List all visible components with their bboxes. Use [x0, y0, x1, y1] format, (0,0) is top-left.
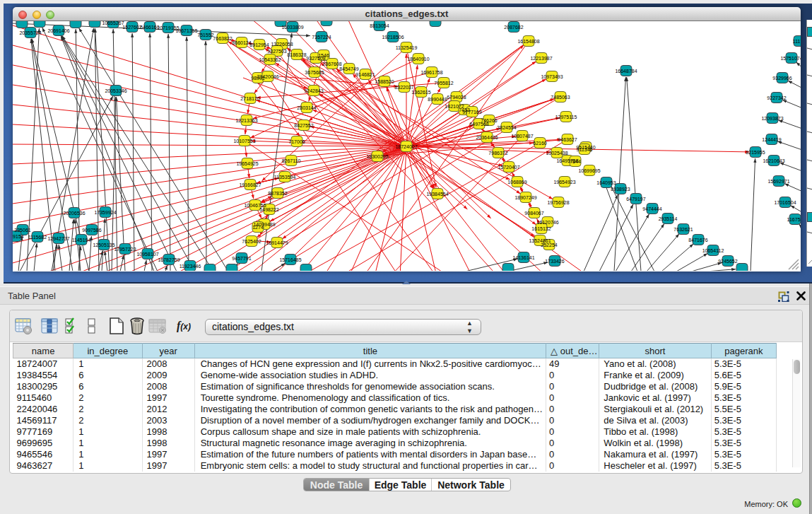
svg-text:7485063: 7485063: [551, 95, 570, 100]
svg-text:16961758: 16961758: [420, 70, 442, 75]
svg-text:20691406: 20691406: [47, 28, 69, 33]
svg-text:8471676: 8471676: [688, 238, 707, 243]
svg-text:17359924: 17359924: [94, 210, 116, 215]
svg-text:19756928: 19756928: [547, 200, 569, 205]
svg-text:17957223: 17957223: [114, 247, 136, 252]
svg-text:1145194: 1145194: [72, 238, 91, 243]
svg-text:18640910: 18640910: [407, 57, 429, 62]
svg-text:9777169: 9777169: [462, 110, 481, 115]
svg-text:8938923: 8938923: [611, 187, 630, 192]
svg-text:11325419: 11325419: [396, 45, 418, 50]
svg-text:6479197: 6479197: [626, 197, 645, 201]
svg-text:1615132: 1615132: [531, 226, 551, 231]
svg-text:16648784: 16648784: [615, 69, 637, 74]
svg-text:12093873: 12093873: [761, 116, 783, 121]
svg-text:1640953: 1640953: [596, 180, 616, 185]
svg-text:8215955: 8215955: [746, 150, 765, 155]
svg-text:1546: 1546: [318, 53, 329, 58]
svg-text:9227342: 9227342: [767, 95, 786, 100]
svg-text:3824554: 3824554: [497, 125, 516, 130]
svg-text:3675685: 3675685: [305, 70, 324, 75]
svg-text:6794028: 6794028: [447, 95, 466, 100]
svg-text:19166827: 19166827: [239, 182, 261, 187]
svg-text:6497568: 6497568: [469, 122, 488, 127]
svg-text:7357224: 7357224: [312, 35, 331, 40]
svg-text:11353594: 11353594: [274, 175, 296, 180]
svg-text:20053346: 20053346: [105, 88, 126, 93]
svg-text:10025438: 10025438: [546, 151, 567, 156]
svg-text:9242843: 9242843: [304, 88, 323, 93]
svg-text:10699695: 10699695: [578, 168, 600, 173]
svg-text:7986372: 7986372: [488, 151, 507, 156]
svg-text:16120746: 16120746: [536, 220, 558, 225]
svg-text:16782759: 16782759: [158, 257, 180, 262]
svg-text:1362615: 1362615: [411, 90, 430, 95]
svg-text:1527602: 1527602: [122, 25, 141, 30]
svg-text:10973493: 10973493: [541, 74, 563, 79]
svg-text:10807487: 10807487: [511, 134, 533, 139]
svg-text:7632621: 7632621: [673, 227, 693, 232]
svg-text:5498222: 5498222: [259, 207, 278, 212]
svg-text:1588520: 1588520: [375, 79, 394, 84]
svg-text:9146821: 9146821: [355, 72, 375, 77]
svg-text:252254: 252254: [541, 243, 557, 247]
svg-text:10543362: 10543362: [259, 57, 281, 62]
svg-text:439154: 439154: [13, 234, 24, 239]
svg-text:9474444: 9474444: [642, 206, 661, 211]
svg-text:20206536: 20206536: [63, 211, 85, 216]
svg-text:14136141: 14136141: [512, 255, 534, 260]
svg-text:15716485: 15716485: [279, 257, 301, 262]
svg-text:1115682: 1115682: [28, 235, 47, 240]
svg-text:11923446: 11923446: [180, 264, 201, 269]
svg-text:8912954: 8912954: [249, 42, 269, 47]
svg-text:2367608: 2367608: [322, 62, 341, 66]
svg-text:10107553: 10107553: [233, 139, 255, 144]
svg-text:16033809: 16033809: [281, 25, 303, 30]
svg-text:15720407: 15720407: [498, 165, 519, 170]
svg-text:19218506: 19218506: [382, 35, 404, 40]
svg-text:751552: 751552: [197, 33, 213, 37]
svg-text:8454749: 8454749: [339, 66, 358, 71]
svg-text:911346: 911346: [577, 147, 593, 152]
svg-text:18907249: 18907249: [514, 195, 536, 200]
svg-text:8813054: 8813054: [370, 23, 389, 28]
svg-text:10958107: 10958107: [136, 252, 158, 257]
svg-text:10671355: 10671355: [175, 28, 197, 33]
svg-text:12942737: 12942737: [47, 236, 69, 241]
svg-text:2935114: 2935114: [659, 216, 678, 221]
svg-text:7844: 7844: [570, 159, 581, 164]
svg-text:9463627: 9463627: [558, 137, 577, 142]
svg-text:23420046: 23420046: [257, 74, 278, 79]
svg-text:2803144: 2803144: [297, 105, 316, 110]
svg-text:7663822: 7663822: [213, 36, 232, 41]
svg-text:18724007: 18724007: [395, 144, 417, 149]
svg-text:9457791: 9457791: [232, 256, 251, 261]
svg-text:116753: 116753: [787, 217, 801, 222]
svg-text:15751074: 15751074: [780, 56, 801, 61]
svg-text:12975115: 12975115: [555, 115, 577, 119]
svg-text:12505135: 12505135: [93, 243, 114, 247]
svg-text:8660124: 8660124: [232, 40, 251, 45]
svg-text:2718170: 2718170: [240, 96, 259, 101]
svg-text:9329966: 9329966: [772, 76, 792, 81]
svg-text:9327503: 9327503: [267, 49, 286, 54]
svg-text:16210643: 16210643: [763, 158, 784, 163]
svg-text:19654925: 19654925: [236, 161, 258, 166]
svg-text:7625402: 7625402: [242, 239, 261, 244]
svg-text:8267110: 8267110: [282, 158, 301, 163]
svg-text:1274: 1274: [252, 225, 264, 230]
svg-text:17016504: 17016504: [774, 200, 796, 205]
svg-text:16154808: 16154808: [517, 39, 539, 44]
svg-text:9245652: 9245652: [718, 259, 737, 264]
svg-text:15692971: 15692971: [767, 179, 789, 184]
svg-text:1068869: 1068869: [507, 180, 526, 185]
svg-text:13226058: 13226058: [271, 42, 293, 47]
svg-text:9097586: 9097586: [82, 228, 101, 233]
svg-text:8186328: 8186328: [287, 52, 306, 57]
svg-text:16914479: 16914479: [266, 240, 288, 245]
svg-text:8990448: 8990448: [428, 97, 447, 102]
svg-text:20364436: 20364436: [476, 135, 498, 140]
svg-text:10655267: 10655267: [102, 21, 124, 25]
svg-text:8322037: 8322037: [394, 85, 413, 90]
svg-text:1733426: 1733426: [545, 259, 564, 264]
